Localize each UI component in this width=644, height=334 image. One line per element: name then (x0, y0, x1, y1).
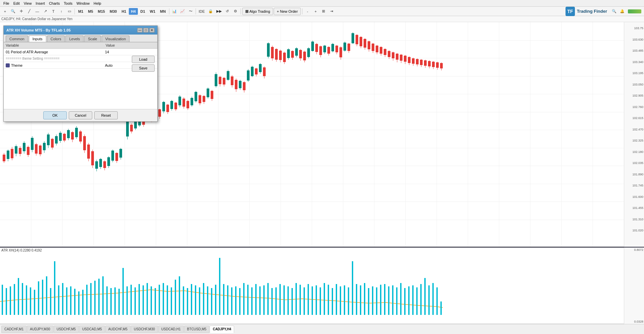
tab-usdchf-m30[interactable]: USDCHF,M30 (131, 326, 158, 333)
tf-mn[interactable]: MN (158, 8, 168, 15)
svg-rect-260 (94, 281, 96, 315)
modal-tab-common[interactable]: Common (6, 36, 28, 42)
svg-rect-284 (191, 284, 192, 315)
tab-usdchf-m5[interactable]: USDCHF,M5 (54, 326, 79, 333)
load-btn[interactable]: Load (132, 56, 155, 63)
tf-m30[interactable]: M30 (108, 8, 119, 15)
tf-m1[interactable]: M1 (76, 8, 85, 15)
svg-rect-304 (271, 288, 273, 315)
var-theme-text: Theme (11, 63, 22, 67)
indicator-btn[interactable]: IDE (197, 8, 206, 15)
svg-rect-343 (428, 285, 430, 315)
text-btn[interactable]: T (50, 8, 57, 15)
tf-h4[interactable]: H4 (129, 8, 138, 15)
status-bar (628, 9, 641, 13)
tab-cadchf-m1[interactable]: CADCHF,M1 (1, 326, 26, 333)
settings-btn[interactable]: ⚙ (232, 8, 239, 15)
svg-rect-312 (304, 287, 305, 315)
ok-btn[interactable]: OK (43, 111, 67, 119)
var-period-value[interactable]: 14 (104, 49, 157, 55)
modal-close-btn[interactable]: ✕ (149, 28, 155, 33)
svg-rect-182 (331, 44, 334, 51)
svg-rect-264 (110, 288, 112, 315)
tab-usdcad-m5[interactable]: USDCAD,M5 (79, 326, 105, 333)
notification-btn[interactable]: 🔔 (619, 8, 626, 15)
forward-btn[interactable]: ▶▶ (215, 8, 223, 15)
tf-m15[interactable]: M15 (96, 8, 107, 15)
menu-insert[interactable]: Insert (34, 1, 47, 5)
svg-rect-44 (51, 139, 54, 148)
trend-btn[interactable]: ↗ (42, 8, 49, 15)
menu-view[interactable]: View (22, 1, 34, 5)
modal-tab-scale[interactable]: Scale (84, 36, 101, 42)
new-chart-btn[interactable]: + (1, 8, 9, 15)
svg-rect-178 (323, 46, 326, 52)
chart-type-bar[interactable]: 📊 (171, 8, 178, 15)
save-btn[interactable]: Save (132, 64, 155, 72)
chart-type-candle[interactable]: 📈 (179, 8, 186, 15)
modal-maximize-btn[interactable]: □ (143, 28, 149, 33)
zoom-in-btn2[interactable]: + (312, 8, 319, 15)
svg-rect-116 (199, 95, 201, 103)
tab-audchf-m5[interactable]: AUDCHF,M5 (105, 326, 130, 333)
tf-m5[interactable]: M5 (86, 8, 95, 15)
svg-rect-30 (23, 143, 25, 151)
svg-rect-320 (336, 284, 337, 315)
tab-cadjpy-h4[interactable]: CADJPY,H4 (210, 326, 234, 333)
tab-usdcad-h1[interactable]: USDCAD,H1 (158, 326, 184, 333)
reset-btn[interactable]: Reset (94, 111, 118, 119)
svg-rect-52 (67, 130, 70, 138)
svg-rect-253 (66, 287, 67, 315)
svg-rect-294 (231, 287, 232, 315)
auto-scroll-btn[interactable]: ⇥ (328, 8, 335, 15)
grid-btn[interactable]: ⊞ (320, 8, 327, 15)
svg-rect-296 (239, 288, 240, 315)
menu-bar: File Edit View Insert Charts Tools Windo… (0, 0, 644, 7)
svg-rect-273 (147, 283, 148, 315)
svg-rect-293 (227, 285, 228, 315)
tab-btcusd-m5[interactable]: BTCUSD,M5 (184, 326, 210, 333)
modal-tab-inputs[interactable]: Inputs (29, 36, 46, 42)
algo-trading-btn[interactable]: ▦ Algo Trading (242, 8, 273, 15)
svg-rect-287 (203, 283, 204, 315)
line-btn[interactable]: ╱ (25, 8, 33, 15)
modal-minimize-btn[interactable]: — (137, 28, 143, 33)
menu-file[interactable]: File (1, 1, 11, 5)
new-order-btn[interactable]: + New Order (274, 8, 301, 15)
arrow-btn[interactable]: ↑ (58, 8, 65, 15)
modal-tab-levels[interactable]: Levels (65, 36, 84, 42)
svg-rect-281 (179, 276, 180, 315)
tf-h1[interactable]: H1 (119, 8, 128, 15)
modal-tab-visualization[interactable]: Visualization (102, 36, 130, 42)
indicator-axis: 0.8072 0.0328 (624, 247, 644, 324)
zoom-in-btn[interactable]: 🔍 (9, 8, 17, 15)
modal-tab-colors[interactable]: Colors (47, 36, 65, 42)
tf-w1[interactable]: W1 (148, 8, 158, 15)
chart-type-line[interactable]: 〜 (187, 8, 194, 15)
shape-btn[interactable]: ▭ (66, 8, 73, 15)
menu-edit[interactable]: Edit (11, 1, 22, 5)
crosshair-btn[interactable]: ✛ (17, 8, 25, 15)
lock-btn[interactable]: 🔒 (207, 8, 214, 15)
hline-btn[interactable]: — (34, 8, 41, 15)
tab-audjpy-m30[interactable]: AUDJPY,M30 (27, 326, 53, 333)
svg-rect-50 (63, 134, 66, 141)
menu-window[interactable]: Window (74, 1, 92, 5)
tf-d1[interactable]: D1 (139, 8, 147, 15)
search-btn[interactable]: 🔍 (610, 8, 618, 15)
svg-rect-32 (27, 147, 30, 155)
menu-tools[interactable]: Tools (62, 1, 74, 5)
refresh-btn[interactable]: ↺ (224, 8, 231, 15)
svg-rect-319 (332, 288, 333, 315)
symbol-text: CADJPY, H4: Canadian Dollar vs Japanese … (1, 17, 72, 21)
menu-charts[interactable]: Charts (47, 1, 62, 5)
svg-rect-110 (186, 101, 189, 108)
svg-rect-254 (70, 286, 71, 315)
svg-rect-255 (74, 289, 75, 315)
cancel-btn[interactable]: Cancel (69, 111, 92, 119)
menu-help[interactable]: Help (92, 1, 103, 5)
tf-logo-icon: TF (566, 7, 575, 16)
zoom-out-btn[interactable]: - (304, 8, 311, 15)
svg-rect-192 (352, 33, 354, 43)
svg-rect-64 (91, 151, 94, 165)
